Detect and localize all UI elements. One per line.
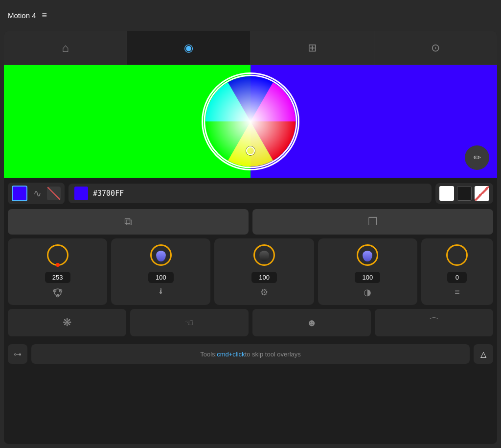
tab-focus[interactable]: ⊙ xyxy=(374,31,497,65)
status-text-before: Tools: xyxy=(200,351,217,358)
clipboard-row: ⧉ ❐ xyxy=(4,209,497,238)
color-wheel-cursor xyxy=(246,146,255,155)
touch-icon: ☜ xyxy=(185,317,194,329)
preset-white[interactable] xyxy=(439,186,454,201)
knob-hue-control[interactable] xyxy=(46,244,69,268)
sliders-icon: ⊶ xyxy=(14,350,22,359)
titlebar: Motion 4 ≡ xyxy=(0,0,501,31)
bottom-toolbar: ❋ ☜ ☻ ⌒ xyxy=(4,309,497,340)
focus-icon: ⊙ xyxy=(431,42,440,54)
color-wheel[interactable] xyxy=(202,72,299,170)
knob-contrast: 100 ◑ xyxy=(318,238,417,305)
curve-tool-button[interactable]: ⌒ xyxy=(375,309,493,336)
person-icon: ☻ xyxy=(306,317,317,329)
knob-sat-value[interactable]: 100 xyxy=(148,272,174,283)
knob-extra-value[interactable]: 0 xyxy=(447,272,467,283)
lines-icon: ≡ xyxy=(455,287,460,297)
knob-saturation: 100 🌡 xyxy=(111,238,210,305)
paste-icon: ❐ xyxy=(368,215,378,228)
status-cmd-text: cmd+click xyxy=(217,351,245,358)
knob-hue-value[interactable]: 253 xyxy=(45,272,70,283)
color-tools-panel: ∿ xyxy=(8,183,65,204)
hue-icon xyxy=(52,287,63,300)
knob-extra: 0 ≡ xyxy=(421,238,493,305)
copy-button[interactable]: ⧉ xyxy=(8,209,249,235)
triangle-icon: △ xyxy=(480,350,486,359)
thermometer-icon: 🌡 xyxy=(157,287,165,296)
hex-color-swatch xyxy=(74,187,88,200)
color-preview: ✏ xyxy=(4,65,497,178)
tab-home[interactable]: ⌂ xyxy=(4,31,127,65)
knobs-grid: 253 100 🌡 100 ⚙ xyxy=(4,238,497,309)
home-icon: ⌂ xyxy=(62,41,69,55)
hex-value-text[interactable]: #3700FF xyxy=(93,189,124,198)
fan-tool-button[interactable]: ❋ xyxy=(8,309,126,336)
knob-hue: 253 xyxy=(8,238,107,305)
knob-hue-indicator xyxy=(56,263,60,267)
knob-extra-ring xyxy=(446,244,468,266)
alert-button[interactable]: △ xyxy=(474,344,493,364)
eyedropper-button[interactable]: ✏ xyxy=(465,145,489,170)
preset-transparent[interactable] xyxy=(475,186,489,201)
app-title: Motion 4 xyxy=(8,11,36,20)
touch-tool-button[interactable]: ☜ xyxy=(130,309,249,336)
color-input-row: ∿ #3700FF xyxy=(4,178,497,209)
tab-bar: ⌂ ◉ ⊞ ⊙ xyxy=(4,31,497,65)
status-text-after: to skip tool overlays xyxy=(245,351,301,358)
tab-color[interactable]: ◉ xyxy=(127,31,250,65)
knob-sat-control[interactable] xyxy=(149,244,173,268)
contrast-icon: ◑ xyxy=(364,287,371,298)
knob-extra-control[interactable] xyxy=(445,244,469,268)
drop-icon: ◉ xyxy=(184,42,193,54)
paste-button[interactable]: ❐ xyxy=(252,209,493,235)
person-tool-button[interactable]: ☻ xyxy=(252,309,371,336)
gear-icon: ⚙ xyxy=(260,287,268,298)
squiggle-tool[interactable]: ∿ xyxy=(30,187,44,200)
tab-grid[interactable]: ⊞ xyxy=(251,31,374,65)
knob-con-control[interactable] xyxy=(356,244,379,268)
sliders-button[interactable]: ⊶ xyxy=(8,344,27,364)
color-swatch-primary[interactable] xyxy=(12,186,27,201)
hex-input-panel[interactable]: #3700FF xyxy=(68,184,432,203)
fan-icon: ❋ xyxy=(63,316,71,329)
copy-icon: ⧉ xyxy=(124,215,132,228)
eyedropper-icon: ✏ xyxy=(474,152,481,163)
status-text-box: Tools: cmd+click to skip tool overlays xyxy=(31,344,470,364)
color-wheel-container[interactable] xyxy=(202,72,299,170)
knob-con-value[interactable]: 100 xyxy=(355,272,380,283)
main-panel: ⌂ ◉ ⊞ ⊙ xyxy=(4,31,497,444)
knob-brightness: 100 ⚙ xyxy=(214,238,314,305)
menu-icon[interactable]: ≡ xyxy=(42,10,47,21)
knob-bri-value[interactable]: 100 xyxy=(251,272,277,283)
color-presets-panel xyxy=(435,183,493,204)
slash-tool[interactable] xyxy=(47,187,61,200)
curve-icon: ⌒ xyxy=(429,315,439,330)
preset-black[interactable] xyxy=(457,186,472,201)
grid-icon: ⊞ xyxy=(308,42,317,54)
knob-bri-control[interactable] xyxy=(252,244,276,268)
statusbar: ⊶ Tools: cmd+click to skip tool overlays… xyxy=(4,340,497,368)
squiggle-icon: ∿ xyxy=(33,188,42,199)
